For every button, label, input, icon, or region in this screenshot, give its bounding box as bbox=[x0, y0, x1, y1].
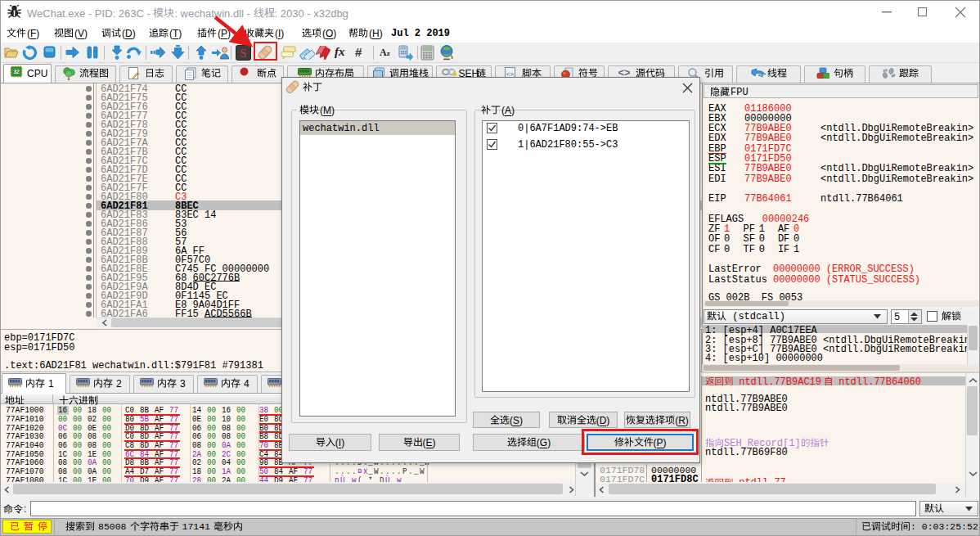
svg-text:S: S bbox=[241, 47, 247, 60]
svg-text:32: 32 bbox=[13, 69, 20, 74]
